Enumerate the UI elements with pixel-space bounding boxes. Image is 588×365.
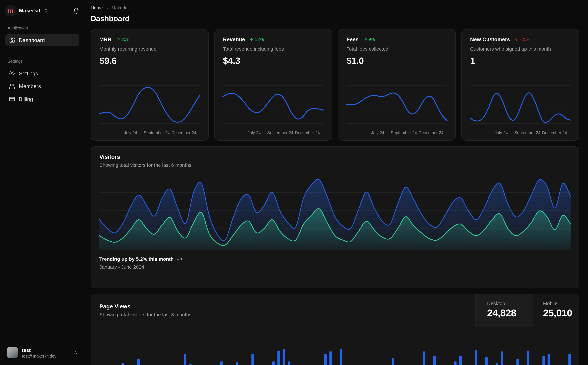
mrr-sparkline-chart <box>99 82 200 127</box>
arrow-up-icon <box>249 37 254 41</box>
visitors-title: Visitors <box>99 154 571 160</box>
page-views-header: Page Views Showing total visitors for th… <box>91 294 579 327</box>
page-views-subtitle: Showing total visitors for the last 3 mo… <box>99 312 467 317</box>
main-content: Home Makerkit Dashboard MRR 20% Monthly … <box>85 0 588 365</box>
page-views-bar-chart <box>99 327 577 365</box>
credit-card-icon <box>9 96 15 102</box>
stat-cards-row: MRR 20% Monthly recurring revenue $9.6 J… <box>91 29 579 141</box>
x-axis-labels: July 24September 24December 24 <box>470 130 571 136</box>
fees-sparkline-chart <box>346 82 447 127</box>
mobile-label: Mobile <box>543 301 579 306</box>
stat-subtitle: Total revenue including fees <box>223 46 324 52</box>
mobile-value: 25,010 <box>543 307 579 319</box>
trending-up-icon <box>177 256 182 262</box>
stat-title: MRR <box>99 36 111 42</box>
breadcrumb-current: Makerkit <box>111 5 129 11</box>
sidebar-item-dashboard[interactable]: Dashboard <box>5 34 79 46</box>
visitors-subtitle: Showing total visitors for the last 6 mo… <box>99 162 571 168</box>
user-email: test@makerkit.dev <box>22 354 56 358</box>
stat-title: New Customers <box>470 36 510 42</box>
new-customers-sparkline-chart <box>470 82 571 127</box>
stat-title: Revenue <box>223 36 245 42</box>
visitors-area-chart <box>99 175 571 250</box>
sidebar-item-settings[interactable]: Settings <box>5 67 79 79</box>
stat-card-mrr: MRR 20% Monthly recurring revenue $9.6 J… <box>91 29 208 141</box>
workspace-name: Makerkit <box>19 8 40 14</box>
makerkit-logo: m <box>5 5 16 16</box>
chevron-right-icon <box>105 6 109 10</box>
visitors-card: Visitors Showing total visitors for the … <box>91 146 579 288</box>
toggle-desktop[interactable]: Desktop 24,828 <box>475 294 533 326</box>
sidebar-item-billing[interactable]: Billing <box>5 93 79 105</box>
trend-badge: 12% <box>249 37 264 42</box>
arrow-down-icon <box>515 37 519 41</box>
app-window: m Makerkit Application Dashboard Setting… <box>0 0 588 365</box>
stat-value: $4.3 <box>223 56 324 66</box>
stat-card-revenue: Revenue 12% Total revenue including fees… <box>214 29 332 141</box>
nav-section-application: Application <box>8 26 77 30</box>
sidebar-item-label: Settings <box>19 70 38 77</box>
users-icon <box>9 83 15 89</box>
stat-value: 1 <box>470 56 571 66</box>
sidebar-item-label: Dashboard <box>19 37 45 43</box>
chevrons-up-down-icon <box>43 8 48 13</box>
chevrons-up-down-icon <box>73 351 78 355</box>
desktop-value: 24,828 <box>487 307 533 319</box>
x-axis-labels: July 24September 24December 24 <box>346 130 447 136</box>
gear-icon <box>9 70 15 77</box>
visitors-trend: Trending up by 5.2% this month <box>99 256 571 262</box>
breadcrumb: Home Makerkit <box>91 5 579 11</box>
stat-value: $9.6 <box>99 56 200 66</box>
sidebar-item-members[interactable]: Members <box>5 80 79 92</box>
layout-dashboard-icon <box>9 37 15 43</box>
breadcrumb-home-link[interactable]: Home <box>91 5 103 11</box>
stat-card-fees: Fees 9% Total fees collected $1.0 July 2… <box>338 29 456 141</box>
page-views-card: Page Views Showing total visitors for th… <box>91 294 579 365</box>
sidebar-item-label: Billing <box>19 96 33 102</box>
x-axis-labels: July 24September 24December 24 <box>223 130 324 136</box>
stat-subtitle: Total fees collected <box>346 46 447 52</box>
stat-subtitle: Monthly recurring revenue <box>99 46 200 52</box>
logo-letter: m <box>8 7 14 14</box>
nav-section-settings: Settings <box>8 59 77 63</box>
notifications-bell-icon[interactable] <box>73 7 79 14</box>
arrow-up-icon <box>363 37 367 41</box>
sidebar: m Makerkit Application Dashboard Setting… <box>0 0 85 365</box>
sidebar-item-label: Members <box>19 83 41 89</box>
stat-value: $1.0 <box>346 56 447 66</box>
stat-card-new-customers: New Customers -25% Customers who signed … <box>462 29 579 141</box>
page-views-title: Page Views <box>99 303 467 309</box>
user-meta: test test@makerkit.dev <box>22 347 56 358</box>
trend-badge: 20% <box>116 37 130 42</box>
user-name: test <box>22 347 56 353</box>
arrow-up-icon <box>116 37 120 41</box>
revenue-sparkline-chart <box>223 82 324 127</box>
stat-title: Fees <box>346 36 359 42</box>
desktop-label: Desktop <box>487 301 533 306</box>
user-menu[interactable]: test test@makerkit.dev <box>5 345 79 361</box>
workspace-selector[interactable]: m Makerkit <box>5 5 79 16</box>
trend-badge: -25% <box>515 37 530 42</box>
user-avatar <box>7 347 18 358</box>
trend-badge: 9% <box>363 37 375 42</box>
toggle-mobile[interactable]: Mobile 25,010 <box>533 294 579 326</box>
x-axis-labels: July 24September 24December 24 <box>99 130 200 136</box>
page-title: Dashboard <box>91 14 579 23</box>
stat-subtitle: Customers who signed up this month <box>470 46 571 52</box>
visitors-date-range: January - June 2024 <box>99 264 571 270</box>
page-views-chart-wrap <box>99 327 577 365</box>
